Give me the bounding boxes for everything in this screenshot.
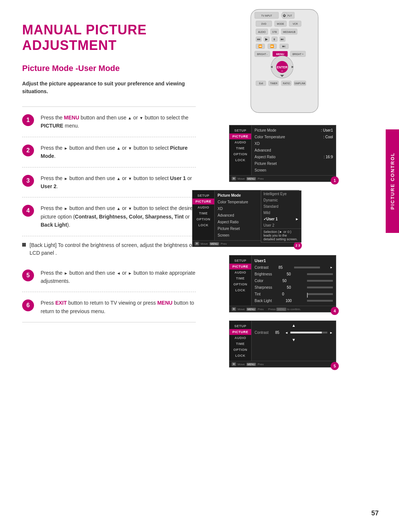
menu-icon-footer-2: MENU	[209, 242, 219, 245]
step-number-3: 3	[22, 175, 34, 187]
sidebar-time-2: TIME	[192, 210, 214, 216]
tint-bar	[307, 293, 333, 295]
menu-content-1: Picture Mode : User1 Color Temperature :…	[252, 125, 336, 175]
arrow-down-icon	[139, 115, 143, 121]
sidebar-picture-active-2: PICTURE	[192, 199, 214, 204]
contrast-label-4: Contrast	[255, 331, 273, 335]
move-icon-3: ⊕	[232, 307, 236, 311]
contrast-slider-track	[290, 332, 327, 333]
main-content: MANUAL PICTURE ADJUSTMENT Picture Mode -…	[0, 0, 214, 532]
badge-1: 1	[331, 176, 339, 184]
color-value-3: 50	[282, 279, 286, 283]
arrow-right-icon-4	[64, 205, 68, 211]
arrow-down-icon-3	[128, 175, 132, 181]
menu-row-picture-mode: Picture Mode : User1	[255, 128, 333, 133]
menu-row-color-3: Color 50	[255, 278, 333, 284]
footer-prev-text: Prev	[258, 177, 263, 180]
menu-row-aspect: Aspect Ratio : 16:9	[255, 154, 333, 160]
badge-4: 4	[331, 307, 339, 315]
submenu-item-intelligent: Intelligent Eye	[261, 191, 301, 197]
picture-mode-label: Picture Mode	[41, 145, 188, 159]
color-temp-label: Color Temperature	[255, 135, 285, 139]
arrow-up-icon-4	[116, 205, 120, 211]
backlight-label: Back Light	[41, 222, 67, 228]
arrow-up-icon	[128, 115, 132, 121]
svg-text:BRIGHT +: BRIGHT +	[293, 53, 304, 55]
svg-text:BRIGHT -: BRIGHT -	[257, 53, 267, 55]
submenu-item-mild: Mild	[261, 210, 301, 216]
contrast-slider-fill	[290, 332, 322, 333]
note-label: [Back Light]	[30, 242, 57, 248]
svg-text:⏭: ⏭	[281, 37, 284, 41]
menu-row-xd: XD	[255, 141, 333, 146]
svg-text:⏻: ⏻	[283, 14, 286, 17]
sidebar-audio-3: AUDIO	[229, 270, 251, 275]
menu-screen-3: SETUP PICTURE AUDIO TIME OPTION LOCK Use…	[229, 255, 336, 312]
sidebar-audio-4: AUDIO	[229, 335, 251, 341]
sidebar-option-2: OPTION	[192, 216, 214, 222]
options-label: Contrast, Brightness, Color, Sharpness, …	[75, 214, 184, 220]
step-text-5: Press the button and then use or button …	[41, 269, 196, 285]
menu-row-color-temp: Color Temperature : Cool	[255, 134, 333, 140]
menu-footer-4: ⊕ Move MENU Prev	[229, 361, 336, 367]
arrow-right-icon	[64, 145, 68, 151]
svg-text:TV INPUT: TV INPUT	[261, 14, 272, 17]
footer-prev-text-2: Prev	[221, 242, 226, 245]
footer-move-text: Move	[238, 177, 245, 180]
move-icon-2: ⊕	[195, 242, 199, 245]
arrow-down-icon-4	[128, 205, 132, 211]
sidebar-lock-3: LOCK	[229, 287, 251, 293]
move-icon-4: ⊕	[232, 362, 236, 366]
svg-text:MENU: MENU	[276, 52, 284, 56]
svg-text:⏪: ⏪	[258, 44, 262, 48]
svg-text:AUDIO: AUDIO	[258, 31, 266, 33]
step-text-3: Press the button and then use or button …	[41, 174, 196, 191]
backlight-value-3: 100	[286, 299, 292, 303]
svg-text:STB: STB	[272, 31, 277, 33]
svg-text:DVD: DVD	[261, 23, 266, 25]
sidebar-setup-4: SETUP	[229, 323, 251, 329]
step-number-2: 2	[22, 145, 34, 156]
step-text-2: Press the button and then use or button …	[41, 144, 196, 160]
sidebar-option-3: OPTION	[229, 281, 251, 287]
svg-text:RATIO: RATIO	[283, 82, 290, 85]
step-text-4: Press the button and then use or button …	[41, 204, 196, 229]
footer-move-text-4: Move	[238, 363, 245, 366]
svg-text:⏮: ⏮	[257, 37, 260, 41]
aspect-label-2: Aspect Ratio	[218, 220, 239, 224]
picture-mode-submenu: Intelligent Eye Dynamic Standard Mild ✓U…	[261, 190, 301, 243]
down-arrow-indicator: ▼	[255, 336, 333, 342]
footer-prev-text-4: Prev	[258, 363, 263, 366]
step-1: 1 Press the MENU button and then use or …	[22, 106, 196, 137]
sharpness-value-3: 50	[287, 285, 291, 289]
arrow-left-icon	[116, 270, 120, 276]
screen-label: Screen	[255, 168, 266, 172]
sharpness-label-3: Sharpness	[255, 285, 272, 289]
menu-label-2: MENU	[157, 300, 173, 306]
footer-prev-text-3: Prev	[258, 308, 263, 311]
svg-text:MODE: MODE	[277, 23, 284, 25]
svg-text:MEDIAHUB: MEDIAHUB	[283, 31, 296, 33]
menu-row-advanced: Advanced	[255, 148, 333, 153]
backlight-bar	[307, 300, 333, 302]
sidebar-setup: SETUP	[229, 128, 251, 133]
contrast-value-4: 85	[275, 331, 283, 335]
svg-text:⏸: ⏸	[273, 38, 276, 41]
menu-row-screen: Screen	[255, 167, 333, 173]
step-4: 4 Press the button and then use or butto…	[22, 197, 196, 236]
svg-text:⏩: ⏩	[270, 44, 274, 48]
sidebar-setup-2: SETUP	[192, 193, 214, 199]
reset-label-2: Picture Reset	[218, 227, 240, 231]
svg-text:TIMER: TIMER	[270, 82, 277, 85]
left-arrow-4: ◄	[285, 331, 288, 335]
advanced-label-2: Advanced	[218, 213, 234, 217]
submenu-check-icon: ✓User 1	[263, 217, 278, 221]
xd-label-2: XD	[218, 207, 223, 211]
menu-sidebar-1: SETUP PICTURE AUDIO TIME OPTION LOCK	[229, 125, 252, 175]
picture-mode-label-2: Picture Mode	[218, 193, 241, 197]
intro-text: Adjust the picture appearance to suit yo…	[22, 80, 196, 95]
badge-5: 5	[331, 362, 339, 370]
brightness-value-3: 50	[287, 272, 291, 276]
color-label-3: Color	[255, 279, 263, 283]
color-temp-label-2: Color Temperature	[218, 200, 248, 204]
